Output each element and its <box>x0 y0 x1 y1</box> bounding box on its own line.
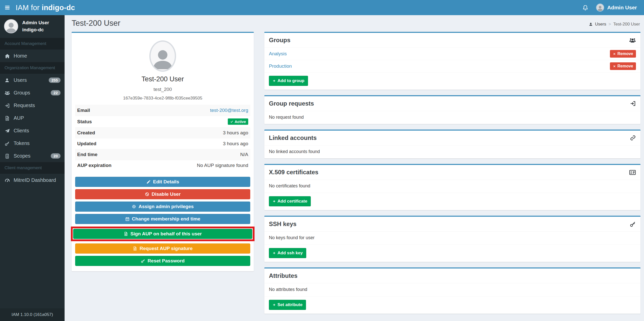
gauge-icon <box>5 178 10 183</box>
profile-username: test_200 <box>75 87 250 92</box>
detail-label: End time <box>75 149 145 160</box>
app-title-prefix: IAM for <box>16 4 40 12</box>
edit-details-button[interactable]: Edit Details <box>75 177 250 187</box>
person-icon <box>152 46 174 70</box>
detail-value: 3 hours ago <box>145 138 250 149</box>
card-title: Groups <box>269 37 290 44</box>
sidebar-item-tokens[interactable]: Tokens <box>0 137 65 150</box>
attributes-card: Attributes No attributes found Set attri… <box>264 267 640 314</box>
table-row: Status Active <box>75 116 250 128</box>
sidebar-avatar <box>4 19 18 33</box>
sign-aup-on-behalf-button[interactable]: Sign AUP on behalf of this user <box>73 229 252 239</box>
button-label: Set attribute <box>277 302 302 307</box>
card-title: X.509 certificates <box>269 169 318 176</box>
sidebar-user-name: Admin User <box>22 19 49 26</box>
key-icon <box>141 259 145 263</box>
button-label: Request AUP signature <box>139 246 192 251</box>
x-icon <box>613 52 616 56</box>
add-to-group-button[interactable]: Add to group <box>269 76 308 86</box>
linked-accounts-card: Linked accounts No linked accounts found <box>264 130 640 158</box>
sidebar-item-label: Clients <box>14 128 29 134</box>
table-row: End time N/A <box>75 149 250 160</box>
plus-icon <box>272 200 276 203</box>
page-title: Test-200 User <box>72 19 120 28</box>
pencil-icon <box>146 180 151 184</box>
sidebar-item-scopes[interactable]: Scopes 20 <box>0 150 65 162</box>
detail-value: N/A <box>145 149 250 160</box>
user-menu[interactable]: Admin User <box>596 4 637 12</box>
detail-label: Updated <box>75 138 145 149</box>
content-header: Test-200 User Users > Test-200 User <box>72 15 640 32</box>
profile-actions: Edit Details Disable User Assign admin p… <box>75 177 250 268</box>
set-attribute-button[interactable]: Set attribute <box>269 300 306 310</box>
sidebar: Admin User indigo-dc Account Management … <box>0 15 65 321</box>
sidebar-item-aup[interactable]: AUP <box>0 112 65 124</box>
breadcrumb-current: Test-200 User <box>613 22 640 27</box>
button-label: Change membership end time <box>132 216 200 222</box>
email-link[interactable]: test-200@test.org <box>210 108 248 113</box>
menu-section-client-management: Client management <box>0 162 65 174</box>
sidebar-toggle-button[interactable] <box>0 0 15 15</box>
assign-admin-privileges-button[interactable]: Assign admin privileges <box>75 202 250 212</box>
empty-state-text: No linked accounts found <box>264 145 640 158</box>
group-link[interactable]: Production <box>269 63 292 69</box>
group-row-production: Production Remove <box>264 60 640 72</box>
sidebar-item-label: AUP <box>14 115 24 121</box>
gear-icon <box>132 204 136 209</box>
card-title: SSH keys <box>269 220 296 228</box>
detail-label: AUP expiration <box>75 160 145 171</box>
card-title: Group requests <box>269 100 314 107</box>
hamburger-icon <box>4 4 11 11</box>
reset-password-button[interactable]: Reset Password <box>75 256 250 266</box>
remove-group-button[interactable]: Remove <box>610 50 636 58</box>
table-row: Created 3 hours ago <box>75 128 250 138</box>
disable-user-button[interactable]: Disable User <box>75 189 250 199</box>
file-text-icon <box>124 232 128 236</box>
link-icon <box>630 135 636 141</box>
id-card-icon <box>629 169 636 176</box>
sidebar-item-requests[interactable]: Requests <box>0 99 65 112</box>
sidebar-item-label: Scopes <box>14 153 31 159</box>
person-icon <box>597 5 603 11</box>
key-icon <box>630 221 636 227</box>
sidebar-item-mitreid-dashboard[interactable]: MitreID Dashboard <box>0 174 65 186</box>
calendar-icon <box>125 217 130 221</box>
add-certificate-button[interactable]: Add certificate <box>269 196 311 206</box>
file-text-icon <box>5 116 10 121</box>
main-content: Test-200 User Users > Test-200 User Test… <box>65 15 644 321</box>
sidebar-item-home[interactable]: Home <box>0 50 65 62</box>
menu-section-account-management: Account Management <box>0 38 65 50</box>
users-icon <box>629 37 636 44</box>
sidebar-item-clients[interactable]: Clients <box>0 124 65 137</box>
empty-state-text: No request found <box>264 111 640 124</box>
ban-icon <box>145 192 149 196</box>
sidebar-item-label: Home <box>14 53 27 59</box>
request-aup-signature-button[interactable]: Request AUP signature <box>75 243 250 254</box>
breadcrumb-separator: > <box>608 22 611 27</box>
check-icon <box>230 120 233 123</box>
notifications-bell-icon[interactable] <box>582 5 589 11</box>
breadcrumb-users-link[interactable]: Users <box>595 22 606 27</box>
group-row-analysis: Analysis Remove <box>264 47 640 60</box>
plus-icon <box>272 79 276 83</box>
app-title: IAM for indigo-dc <box>16 4 75 12</box>
key-icon <box>5 141 10 146</box>
id-badge-icon <box>5 154 10 159</box>
detail-value: 3 hours ago <box>145 128 250 138</box>
navbar-avatar <box>596 4 604 12</box>
table-row: AUP expiration No AUP signature found <box>75 160 250 171</box>
add-ssh-key-button[interactable]: Add ssh key <box>269 248 306 258</box>
card-title: Linked accounts <box>269 134 317 141</box>
sidebar-item-label: Groups <box>14 90 30 96</box>
sidebar-item-label: MitreID Dashboard <box>14 177 56 183</box>
user-icon <box>589 22 593 26</box>
button-label: Edit Details <box>153 179 179 185</box>
sidebar-item-users[interactable]: Users 255 <box>0 74 65 86</box>
change-membership-end-time-button[interactable]: Change membership end time <box>75 214 250 224</box>
red-highlight-annotation: Sign AUP on behalf of this user <box>71 227 255 241</box>
button-label: Reset Password <box>148 258 185 264</box>
group-link[interactable]: Analysis <box>269 51 287 57</box>
ssh-keys-card: SSH keys No keys found for user Add ssh … <box>264 216 640 262</box>
sidebar-item-groups[interactable]: Groups 22 <box>0 86 65 99</box>
remove-group-button[interactable]: Remove <box>610 62 636 70</box>
